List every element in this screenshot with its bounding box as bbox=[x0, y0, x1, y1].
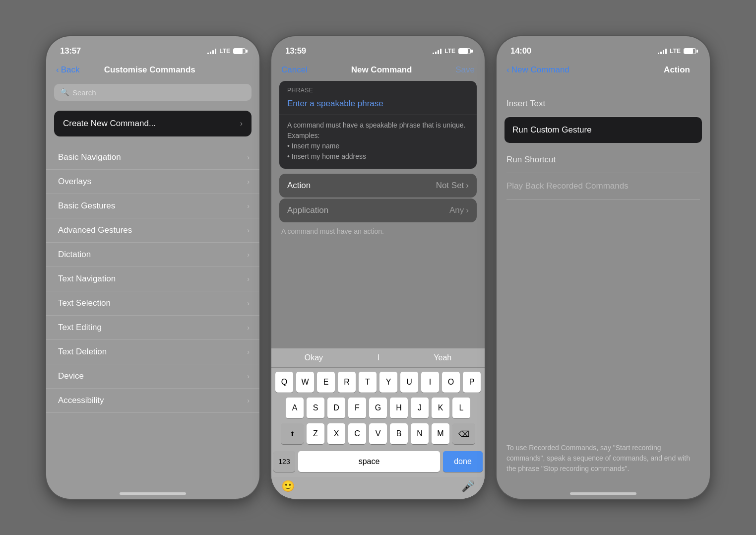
keyboard-row-3: ⬆ Z X C V B N M ⌫ bbox=[273, 423, 483, 444]
key-q[interactable]: Q bbox=[275, 372, 293, 393]
key-e[interactable]: E bbox=[317, 372, 335, 393]
key-o[interactable]: O bbox=[442, 372, 460, 393]
list-item-label: Device bbox=[58, 371, 84, 381]
chevron-right-icon: › bbox=[247, 324, 250, 332]
space-key[interactable]: space bbox=[298, 451, 440, 472]
list-item-text-editing[interactable]: Text Editing › bbox=[46, 316, 259, 340]
key-m[interactable]: M bbox=[432, 423, 449, 444]
phones-container: 13:57 LTE ‹ bbox=[0, 0, 756, 535]
key-z[interactable]: Z bbox=[307, 423, 324, 444]
phrase-section: PHRASE Enter a speakable phrase A comman… bbox=[279, 81, 477, 169]
list-item-text-deletion[interactable]: Text Deletion › bbox=[46, 340, 259, 364]
list-item-text-selection[interactable]: Text Selection › bbox=[46, 291, 259, 316]
phrase-input[interactable]: Enter a speakable phrase bbox=[279, 96, 477, 115]
key-b[interactable]: B bbox=[390, 423, 408, 444]
keyboard-emoji-row: 🙂 🎤 bbox=[271, 477, 485, 499]
suggestion-i[interactable]: I bbox=[373, 352, 383, 363]
page-title-2: New Command bbox=[351, 65, 412, 75]
chevron-right-icon: › bbox=[247, 153, 250, 161]
list-item-basic-gestures[interactable]: Basic Gestures › bbox=[46, 194, 259, 218]
battery-icon-1 bbox=[233, 48, 246, 54]
save-button-2[interactable]: Save bbox=[455, 65, 475, 75]
key-l[interactable]: L bbox=[452, 398, 470, 418]
suggestion-yeah[interactable]: Yeah bbox=[430, 352, 455, 363]
search-bar-1[interactable]: 🔍 Search bbox=[54, 84, 252, 101]
chevron-right-icon: › bbox=[247, 299, 250, 307]
list-item-device[interactable]: Device › bbox=[46, 364, 259, 389]
shift-key[interactable]: ⬆ bbox=[281, 423, 304, 444]
key-u[interactable]: U bbox=[400, 372, 418, 393]
nav-bar-1: ‹ Back Customise Commands bbox=[46, 61, 259, 81]
create-button-label: Create New Command... bbox=[63, 119, 156, 129]
back-button-3[interactable]: ‹ New Command bbox=[506, 65, 569, 75]
time-2: 13:59 bbox=[285, 46, 306, 56]
time-1: 13:57 bbox=[60, 46, 81, 56]
chevron-right-icon: › bbox=[247, 226, 250, 234]
status-icons-2: LTE bbox=[433, 48, 471, 55]
cancel-button-2[interactable]: Cancel bbox=[281, 65, 308, 75]
action-required-hint: A command must have an action. bbox=[271, 222, 485, 240]
key-w[interactable]: W bbox=[296, 372, 314, 393]
key-a[interactable]: A bbox=[286, 398, 304, 418]
create-new-command-button[interactable]: Create New Command... › bbox=[54, 111, 252, 136]
application-label: Application bbox=[287, 205, 328, 215]
key-t[interactable]: T bbox=[359, 372, 377, 393]
list-item-basic-navigation[interactable]: Basic Navigation › bbox=[46, 145, 259, 170]
key-i[interactable]: I bbox=[421, 372, 439, 393]
home-bar-3 bbox=[570, 492, 636, 495]
done-key[interactable]: done bbox=[443, 451, 483, 472]
chevron-right-icon: › bbox=[247, 251, 250, 259]
nav-bar-3: ‹ New Command Action bbox=[497, 61, 710, 81]
key-f[interactable]: F bbox=[348, 398, 366, 418]
status-bar-2: 13:59 LTE bbox=[271, 36, 485, 61]
list-item-label: Basic Navigation bbox=[58, 152, 121, 162]
suggestion-okay[interactable]: Okay bbox=[301, 352, 327, 363]
key-c[interactable]: C bbox=[348, 423, 366, 444]
action-item-run-custom-gesture[interactable]: Run Custom Gesture bbox=[504, 117, 702, 143]
key-p[interactable]: P bbox=[463, 372, 481, 393]
key-j[interactable]: J bbox=[411, 398, 429, 418]
action-item-insert-text[interactable]: Insert Text bbox=[506, 91, 700, 117]
lte-label-3: LTE bbox=[670, 48, 681, 55]
key-s[interactable]: S bbox=[307, 398, 324, 418]
keyboard[interactable]: Okay I Yeah Q W E R T Y U I O P A bbox=[271, 348, 485, 499]
signal-icon-1 bbox=[207, 48, 216, 54]
key-g[interactable]: G bbox=[369, 398, 387, 418]
key-n[interactable]: N bbox=[411, 423, 429, 444]
back-button-1[interactable]: ‹ Back bbox=[56, 65, 79, 75]
keyboard-row-2: A S D F G H J K L bbox=[273, 398, 483, 418]
key-x[interactable]: X bbox=[327, 423, 345, 444]
home-bar-1 bbox=[120, 492, 186, 495]
chevron-right-icon-create: › bbox=[240, 119, 243, 128]
action-row[interactable]: Action Not Set › bbox=[279, 174, 477, 198]
home-indicator-3 bbox=[497, 482, 710, 499]
number-key[interactable]: 123 bbox=[273, 451, 295, 472]
list-item-text-navigation[interactable]: Text Navigation › bbox=[46, 267, 259, 291]
search-icon-1: 🔍 bbox=[60, 88, 69, 97]
backspace-key[interactable]: ⌫ bbox=[452, 423, 475, 444]
emoji-icon[interactable]: 🙂 bbox=[281, 480, 295, 493]
phrase-hint: A command must have a speakable phrase t… bbox=[279, 115, 477, 169]
chevron-right-icon: › bbox=[247, 202, 250, 210]
key-k[interactable]: K bbox=[432, 398, 449, 418]
key-v[interactable]: V bbox=[369, 423, 387, 444]
key-r[interactable]: R bbox=[338, 372, 356, 393]
recorded-commands-description: To use Recorded Commands, say "Start rec… bbox=[497, 435, 710, 482]
action-item-run-shortcut[interactable]: Run Shortcut bbox=[506, 147, 700, 173]
list-item-dictation[interactable]: Dictation › bbox=[46, 243, 259, 267]
key-d[interactable]: D bbox=[327, 398, 345, 418]
list-item-advanced-gestures[interactable]: Advanced Gestures › bbox=[46, 218, 259, 243]
nav-bar-2: Cancel New Command Save bbox=[271, 61, 485, 81]
battery-icon-2 bbox=[458, 48, 471, 54]
application-row[interactable]: Application Any › bbox=[279, 199, 477, 222]
commands-list: Basic Navigation › Overlays › Basic Gest… bbox=[46, 140, 259, 482]
key-h[interactable]: H bbox=[390, 398, 408, 418]
list-item-accessibility[interactable]: Accessibility › bbox=[46, 389, 259, 413]
phone-2: 13:59 LTE Cancel New C bbox=[271, 36, 485, 499]
signal-icon-2 bbox=[433, 48, 441, 54]
list-item-overlays[interactable]: Overlays › bbox=[46, 170, 259, 194]
microphone-icon[interactable]: 🎤 bbox=[461, 480, 475, 493]
key-y[interactable]: Y bbox=[379, 372, 397, 393]
action-item-playback[interactable]: Play Back Recorded Commands bbox=[506, 173, 700, 200]
status-icons-1: LTE bbox=[207, 48, 246, 55]
